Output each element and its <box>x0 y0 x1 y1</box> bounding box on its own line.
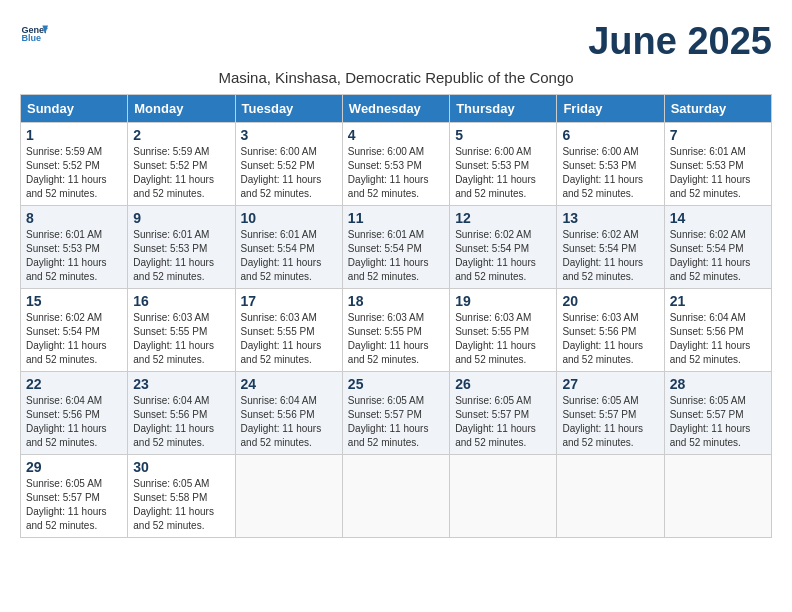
calendar-cell <box>450 455 557 538</box>
day-number: 28 <box>670 376 766 392</box>
day-number: 23 <box>133 376 229 392</box>
calendar-cell: 13 Sunrise: 6:02 AM Sunset: 5:54 PM Dayl… <box>557 206 664 289</box>
day-number: 20 <box>562 293 658 309</box>
day-info: Sunrise: 6:00 AM Sunset: 5:52 PM Dayligh… <box>241 145 337 201</box>
day-info: Sunrise: 6:04 AM Sunset: 5:56 PM Dayligh… <box>241 394 337 450</box>
calendar-cell: 6 Sunrise: 6:00 AM Sunset: 5:53 PM Dayli… <box>557 123 664 206</box>
calendar-cell: 23 Sunrise: 6:04 AM Sunset: 5:56 PM Dayl… <box>128 372 235 455</box>
calendar: SundayMondayTuesdayWednesdayThursdayFrid… <box>20 94 772 538</box>
day-of-week-header: Friday <box>557 95 664 123</box>
day-info: Sunrise: 6:04 AM Sunset: 5:56 PM Dayligh… <box>26 394 122 450</box>
calendar-cell: 2 Sunrise: 5:59 AM Sunset: 5:52 PM Dayli… <box>128 123 235 206</box>
day-info: Sunrise: 6:00 AM Sunset: 5:53 PM Dayligh… <box>348 145 444 201</box>
day-number: 17 <box>241 293 337 309</box>
day-number: 6 <box>562 127 658 143</box>
day-info: Sunrise: 6:05 AM Sunset: 5:58 PM Dayligh… <box>133 477 229 533</box>
day-info: Sunrise: 6:01 AM Sunset: 5:53 PM Dayligh… <box>26 228 122 284</box>
day-of-week-header: Sunday <box>21 95 128 123</box>
calendar-cell: 26 Sunrise: 6:05 AM Sunset: 5:57 PM Dayl… <box>450 372 557 455</box>
day-number: 2 <box>133 127 229 143</box>
day-info: Sunrise: 6:02 AM Sunset: 5:54 PM Dayligh… <box>562 228 658 284</box>
calendar-cell: 3 Sunrise: 6:00 AM Sunset: 5:52 PM Dayli… <box>235 123 342 206</box>
day-number: 18 <box>348 293 444 309</box>
day-of-week-header: Saturday <box>664 95 771 123</box>
svg-text:Blue: Blue <box>21 33 41 43</box>
day-number: 13 <box>562 210 658 226</box>
calendar-cell <box>557 455 664 538</box>
day-number: 11 <box>348 210 444 226</box>
day-info: Sunrise: 6:03 AM Sunset: 5:56 PM Dayligh… <box>562 311 658 367</box>
day-number: 16 <box>133 293 229 309</box>
day-number: 8 <box>26 210 122 226</box>
day-number: 30 <box>133 459 229 475</box>
day-number: 24 <box>241 376 337 392</box>
day-number: 1 <box>26 127 122 143</box>
day-info: Sunrise: 5:59 AM Sunset: 5:52 PM Dayligh… <box>26 145 122 201</box>
day-number: 22 <box>26 376 122 392</box>
day-number: 10 <box>241 210 337 226</box>
calendar-cell: 10 Sunrise: 6:01 AM Sunset: 5:54 PM Dayl… <box>235 206 342 289</box>
day-number: 12 <box>455 210 551 226</box>
day-number: 15 <box>26 293 122 309</box>
calendar-cell: 29 Sunrise: 6:05 AM Sunset: 5:57 PM Dayl… <box>21 455 128 538</box>
calendar-cell: 18 Sunrise: 6:03 AM Sunset: 5:55 PM Dayl… <box>342 289 449 372</box>
day-number: 3 <box>241 127 337 143</box>
calendar-cell <box>235 455 342 538</box>
day-number: 14 <box>670 210 766 226</box>
calendar-cell: 15 Sunrise: 6:02 AM Sunset: 5:54 PM Dayl… <box>21 289 128 372</box>
day-info: Sunrise: 6:03 AM Sunset: 5:55 PM Dayligh… <box>241 311 337 367</box>
day-number: 26 <box>455 376 551 392</box>
day-info: Sunrise: 6:05 AM Sunset: 5:57 PM Dayligh… <box>562 394 658 450</box>
day-number: 5 <box>455 127 551 143</box>
day-of-week-header: Tuesday <box>235 95 342 123</box>
day-info: Sunrise: 6:05 AM Sunset: 5:57 PM Dayligh… <box>455 394 551 450</box>
logo: General Blue <box>20 20 48 48</box>
calendar-cell: 28 Sunrise: 6:05 AM Sunset: 5:57 PM Dayl… <box>664 372 771 455</box>
month-title: June 2025 <box>588 20 772 63</box>
day-info: Sunrise: 6:02 AM Sunset: 5:54 PM Dayligh… <box>26 311 122 367</box>
calendar-cell: 16 Sunrise: 6:03 AM Sunset: 5:55 PM Dayl… <box>128 289 235 372</box>
day-info: Sunrise: 6:03 AM Sunset: 5:55 PM Dayligh… <box>348 311 444 367</box>
day-number: 7 <box>670 127 766 143</box>
day-info: Sunrise: 6:02 AM Sunset: 5:54 PM Dayligh… <box>455 228 551 284</box>
day-info: Sunrise: 6:05 AM Sunset: 5:57 PM Dayligh… <box>26 477 122 533</box>
calendar-cell: 14 Sunrise: 6:02 AM Sunset: 5:54 PM Dayl… <box>664 206 771 289</box>
calendar-cell: 9 Sunrise: 6:01 AM Sunset: 5:53 PM Dayli… <box>128 206 235 289</box>
day-info: Sunrise: 6:02 AM Sunset: 5:54 PM Dayligh… <box>670 228 766 284</box>
day-info: Sunrise: 6:05 AM Sunset: 5:57 PM Dayligh… <box>348 394 444 450</box>
calendar-cell: 17 Sunrise: 6:03 AM Sunset: 5:55 PM Dayl… <box>235 289 342 372</box>
calendar-cell: 7 Sunrise: 6:01 AM Sunset: 5:53 PM Dayli… <box>664 123 771 206</box>
subtitle: Masina, Kinshasa, Democratic Republic of… <box>20 69 772 86</box>
calendar-cell: 5 Sunrise: 6:00 AM Sunset: 5:53 PM Dayli… <box>450 123 557 206</box>
calendar-cell: 30 Sunrise: 6:05 AM Sunset: 5:58 PM Dayl… <box>128 455 235 538</box>
day-number: 19 <box>455 293 551 309</box>
day-number: 4 <box>348 127 444 143</box>
day-info: Sunrise: 6:01 AM Sunset: 5:53 PM Dayligh… <box>670 145 766 201</box>
calendar-cell: 1 Sunrise: 5:59 AM Sunset: 5:52 PM Dayli… <box>21 123 128 206</box>
day-info: Sunrise: 6:04 AM Sunset: 5:56 PM Dayligh… <box>133 394 229 450</box>
day-number: 21 <box>670 293 766 309</box>
day-info: Sunrise: 6:03 AM Sunset: 5:55 PM Dayligh… <box>133 311 229 367</box>
calendar-cell: 22 Sunrise: 6:04 AM Sunset: 5:56 PM Dayl… <box>21 372 128 455</box>
calendar-cell: 11 Sunrise: 6:01 AM Sunset: 5:54 PM Dayl… <box>342 206 449 289</box>
calendar-cell: 24 Sunrise: 6:04 AM Sunset: 5:56 PM Dayl… <box>235 372 342 455</box>
calendar-cell: 12 Sunrise: 6:02 AM Sunset: 5:54 PM Dayl… <box>450 206 557 289</box>
day-number: 9 <box>133 210 229 226</box>
day-info: Sunrise: 6:01 AM Sunset: 5:54 PM Dayligh… <box>348 228 444 284</box>
day-info: Sunrise: 6:00 AM Sunset: 5:53 PM Dayligh… <box>562 145 658 201</box>
calendar-cell <box>664 455 771 538</box>
calendar-cell: 27 Sunrise: 6:05 AM Sunset: 5:57 PM Dayl… <box>557 372 664 455</box>
calendar-cell: 20 Sunrise: 6:03 AM Sunset: 5:56 PM Dayl… <box>557 289 664 372</box>
day-of-week-header: Thursday <box>450 95 557 123</box>
day-of-week-header: Monday <box>128 95 235 123</box>
calendar-cell: 8 Sunrise: 6:01 AM Sunset: 5:53 PM Dayli… <box>21 206 128 289</box>
logo-icon: General Blue <box>20 20 48 48</box>
day-info: Sunrise: 6:01 AM Sunset: 5:53 PM Dayligh… <box>133 228 229 284</box>
day-info: Sunrise: 6:04 AM Sunset: 5:56 PM Dayligh… <box>670 311 766 367</box>
day-number: 29 <box>26 459 122 475</box>
day-info: Sunrise: 6:03 AM Sunset: 5:55 PM Dayligh… <box>455 311 551 367</box>
day-info: Sunrise: 5:59 AM Sunset: 5:52 PM Dayligh… <box>133 145 229 201</box>
calendar-cell: 25 Sunrise: 6:05 AM Sunset: 5:57 PM Dayl… <box>342 372 449 455</box>
day-info: Sunrise: 6:05 AM Sunset: 5:57 PM Dayligh… <box>670 394 766 450</box>
day-info: Sunrise: 6:00 AM Sunset: 5:53 PM Dayligh… <box>455 145 551 201</box>
